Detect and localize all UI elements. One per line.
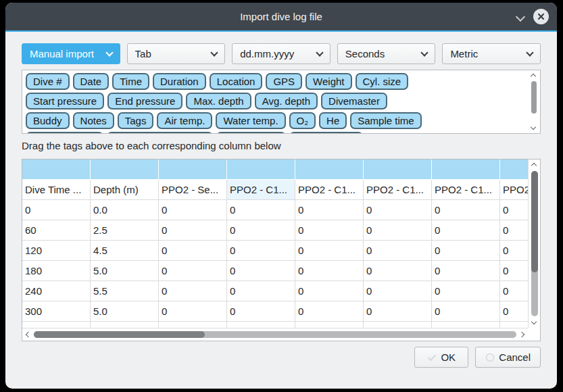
table-cell: 5.5 (91, 281, 159, 301)
column-header[interactable]: PPO2 - C1... (432, 180, 500, 200)
drop-target-cell[interactable] (22, 160, 91, 179)
table-cell: 0 (295, 220, 364, 241)
table-row: 2405.5000000 (22, 281, 528, 301)
table-cell: 0 (159, 241, 227, 261)
cancel-label: Cancel (499, 351, 531, 363)
scroll-up-icon[interactable] (531, 74, 536, 79)
tag-time[interactable]: Time (112, 73, 149, 90)
tag-air-temp[interactable]: Air temp. (157, 112, 212, 129)
table-cell (432, 322, 500, 328)
table-row: 3005.0000000 (22, 301, 528, 322)
table-cell: 0 (364, 281, 432, 301)
tag-duration[interactable]: Duration (153, 73, 206, 90)
table-cell: 0 (500, 281, 528, 301)
drop-target-cell[interactable] (227, 160, 295, 179)
table-cell: 0 (227, 241, 295, 261)
table-cell: 0 (500, 301, 528, 322)
scroll-left-icon[interactable] (26, 332, 31, 337)
table-cell: 0 (22, 200, 91, 220)
drop-target-cell[interactable] (364, 160, 432, 179)
combo-units[interactable]: Metric (442, 43, 541, 64)
tag-start-pressure[interactable]: Start pressure (26, 93, 104, 109)
import-preview-table: Dive Time ...Depth (m)PPO2 - Se...PPO2 -… (22, 159, 541, 341)
tag-gps[interactable]: GPS (266, 73, 302, 90)
tag-divemaster[interactable]: Divemaster (321, 93, 387, 109)
combo-field-separator[interactable]: Tab (127, 43, 226, 64)
close-button[interactable] (533, 9, 549, 24)
table-cell: 0 (159, 261, 227, 281)
combo-import-mode[interactable]: Manual import (22, 43, 120, 64)
drop-target-cell[interactable] (295, 160, 364, 179)
drop-target-cell[interactable] (432, 160, 500, 179)
tags-box: Dive #DateTimeDurationLocationGPSWeightC… (22, 70, 541, 134)
tag-he[interactable]: He (319, 112, 347, 129)
table-cell: 2.5 (91, 220, 159, 241)
ok-button[interactable]: OK (414, 347, 468, 368)
column-header[interactable]: Dive Time ... (22, 180, 91, 200)
table-cell: 0 (500, 200, 528, 220)
tag-o[interactable]: O₂ (289, 112, 316, 129)
vertical-scrollbar-thumb[interactable] (531, 171, 538, 272)
column-header[interactable]: Depth (m) (91, 180, 159, 200)
table-cell (91, 322, 159, 328)
drop-target-cell[interactable] (91, 160, 159, 179)
table-vertical-scrollbar[interactable] (528, 160, 540, 328)
combo-row: Manual importTabdd.mm.yyyySecondsMetric (22, 43, 541, 64)
scroll-right-icon[interactable] (519, 332, 524, 337)
tag-cyl-size[interactable]: Cyl. size (356, 73, 409, 90)
tags-scrollbar[interactable] (529, 72, 539, 132)
tags-scrollbar-thumb[interactable] (531, 81, 537, 114)
table-row: 1805.0000000 (22, 261, 528, 281)
titlebar[interactable]: Import dive log file (5, 3, 557, 30)
tag-sample-cns[interactable]: Sample CNS (289, 132, 363, 133)
cancel-button[interactable]: Cancel (475, 347, 541, 368)
tag-water-temp[interactable]: Water temp. (216, 112, 285, 129)
tag-tags[interactable]: Tags (118, 112, 154, 129)
tag-max-depth[interactable]: Max. depth (186, 93, 251, 109)
column-header[interactable]: PPO2 - Se... (159, 180, 227, 200)
table-cell: 0 (227, 200, 295, 220)
tag-sample-depth[interactable]: Sample depth (26, 132, 103, 133)
table-cell (159, 322, 227, 328)
tag-sample-temperature[interactable]: Sample temperature (107, 132, 214, 133)
column-header[interactable]: PPO2 - C1... (227, 180, 295, 200)
tag-weight[interactable]: Weight (305, 73, 351, 90)
column-header[interactable]: PPO2 (500, 180, 528, 200)
tag-sample-po[interactable]: Sample pO₂ (216, 132, 286, 133)
table-cell: 120 (22, 241, 91, 261)
tag-avg-depth[interactable]: Avg. depth (255, 93, 318, 109)
drop-target-row (22, 160, 528, 180)
shade-window-icon[interactable] (516, 11, 525, 21)
table-horizontal-scrollbar[interactable] (22, 328, 528, 341)
tag-sample-time[interactable]: Sample time (350, 112, 421, 129)
tag-buddy[interactable]: Buddy (26, 112, 70, 129)
table-cell: 0 (432, 301, 500, 322)
table-body: 00.0000000602.50000001204.50000001805.00… (22, 200, 528, 328)
horizontal-scrollbar-thumb[interactable] (34, 331, 205, 338)
column-header[interactable]: PPO2 - C1... (364, 180, 432, 200)
tag-notes[interactable]: Notes (73, 112, 114, 129)
tag-dive[interactable]: Dive # (26, 73, 70, 90)
tag-row: Dive #DateTimeDurationLocationGPSWeightC… (26, 73, 540, 90)
table-cell: 0 (364, 261, 432, 281)
combo-date-format[interactable]: dd.mm.yyyy (232, 43, 331, 64)
tag-end-pressure[interactable]: End pressure (107, 93, 182, 109)
table-cell: 5.0 (91, 261, 159, 281)
check-icon (427, 353, 437, 362)
table-cell: 0 (159, 281, 227, 301)
table-cell: 300 (22, 301, 91, 322)
column-header[interactable]: PPO2 - C1... (295, 180, 364, 200)
table-cell: 0 (432, 241, 500, 261)
drop-target-cell[interactable] (159, 160, 227, 179)
scroll-down-icon[interactable] (531, 319, 537, 324)
chevron-down-icon (105, 49, 113, 56)
drop-target-cell[interactable] (500, 160, 528, 179)
scroll-up-icon[interactable] (531, 163, 537, 168)
combo-time-format[interactable]: Seconds (337, 43, 436, 64)
tag-date[interactable]: Date (73, 73, 109, 90)
combo-value: Metric (450, 48, 527, 59)
table-content: Dive Time ...Depth (m)PPO2 - Se...PPO2 -… (22, 160, 528, 328)
table-cell: 0 (432, 220, 500, 241)
tag-location[interactable]: Location (210, 73, 263, 90)
scroll-down-icon[interactable] (531, 124, 536, 130)
